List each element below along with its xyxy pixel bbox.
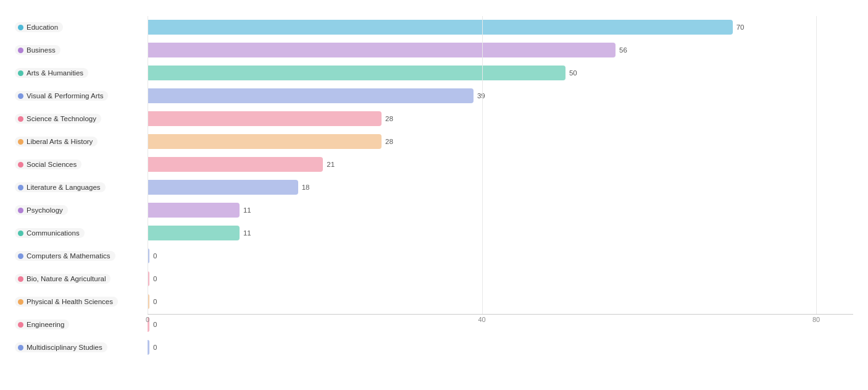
- bar-label: Arts & Humanities: [15, 68, 148, 78]
- x-tick-label: 0: [146, 316, 149, 323]
- bar-label-text: Computers & Mathematics: [27, 252, 111, 260]
- bars-section: Education 70 Business 56 Arts & Humaniti…: [15, 16, 853, 315]
- bar-label-text: Social Sciences: [27, 161, 77, 168]
- bar-row: Social Sciences 21: [15, 153, 853, 176]
- label-pill: Social Sciences: [15, 159, 81, 169]
- bar-label-text: Education: [27, 23, 58, 31]
- bar-row: Science & Technology 28: [15, 108, 853, 130]
- bar-label: Liberal Arts & History: [15, 137, 148, 146]
- bar-value: 0: [153, 275, 157, 282]
- bar-row: Communications 11: [15, 222, 853, 244]
- label-pill: Education: [15, 22, 63, 32]
- bar-track: 21: [148, 156, 853, 172]
- dot-icon: [18, 231, 23, 236]
- dot-icon: [18, 93, 23, 99]
- bar-fill: [148, 134, 382, 149]
- bar-label: Business: [15, 45, 148, 55]
- dot-icon: [18, 208, 23, 213]
- chart-area: Education 70 Business 56 Arts & Humaniti…: [15, 16, 853, 333]
- bar-fill: [148, 226, 240, 240]
- bar-label-text: Business: [27, 46, 56, 54]
- label-pill: Literature & Languages: [15, 182, 106, 192]
- x-axis-line: [148, 314, 853, 315]
- dot-icon: [18, 48, 23, 53]
- bar-fill: [148, 20, 733, 35]
- bar-fill: [148, 203, 240, 218]
- bar-label: Multidisciplinary Studies: [15, 342, 148, 352]
- bar-label-text: Psychology: [27, 206, 63, 214]
- bar-track: 0: [148, 248, 853, 264]
- dot-icon: [18, 139, 23, 145]
- bar-row: Psychology 11: [15, 199, 853, 221]
- bar-track: 0: [148, 271, 853, 287]
- bar-label-text: Literature & Languages: [27, 184, 101, 191]
- bar-track: 11: [148, 202, 853, 218]
- bar-fill: [148, 88, 474, 103]
- bar-row: Physical & Health Sciences 0: [15, 290, 853, 313]
- bar-label: Visual & Performing Arts: [15, 91, 148, 101]
- bar-value: 0: [153, 298, 157, 305]
- bar-value: 39: [477, 92, 485, 100]
- dot-icon: [18, 185, 23, 190]
- dot-icon: [18, 116, 23, 122]
- bar-value: 21: [327, 161, 335, 168]
- bar-value: 11: [243, 229, 251, 237]
- dot-icon: [18, 25, 23, 30]
- bar-label-text: Physical & Health Sciences: [27, 298, 113, 305]
- label-pill: Psychology: [15, 205, 68, 215]
- bar-fill: [148, 271, 149, 286]
- bar-track: 11: [148, 225, 853, 241]
- bar-label-text: Liberal Arts & History: [27, 138, 93, 145]
- bar-value: 0: [153, 344, 157, 351]
- bar-label: Psychology: [15, 205, 148, 215]
- label-pill: Communications: [15, 228, 85, 238]
- bar-row: Arts & Humanities 50: [15, 62, 853, 84]
- bar-value: 11: [243, 206, 251, 214]
- bar-row: Visual & Performing Arts 39: [15, 85, 853, 107]
- bar-track: 70: [148, 19, 853, 35]
- bar-row: Computers & Mathematics 0: [15, 245, 853, 267]
- dot-icon: [18, 345, 23, 350]
- bar-track: 39: [148, 88, 853, 104]
- bar-row: Business 56: [15, 39, 853, 61]
- bar-fill: [148, 111, 382, 126]
- bar-track: 0: [148, 294, 853, 310]
- bar-value: 18: [302, 184, 310, 191]
- x-axis: 04080: [148, 316, 853, 328]
- dot-icon: [18, 253, 23, 259]
- bar-label: Bio, Nature & Agricultural: [15, 274, 148, 284]
- label-pill: Computers & Mathematics: [15, 251, 115, 261]
- label-pill: Multidisciplinary Studies: [15, 342, 107, 352]
- bar-value: 28: [385, 138, 393, 145]
- bar-value: 56: [619, 46, 627, 54]
- chart-container: Education 70 Business 56 Arts & Humaniti…: [0, 0, 868, 390]
- bar-fill: [148, 66, 565, 80]
- label-pill: Business: [15, 45, 61, 55]
- bar-label: Social Sciences: [15, 159, 148, 169]
- bar-track: 56: [148, 42, 853, 58]
- bar-track: 18: [148, 179, 853, 195]
- bar-track: 50: [148, 65, 853, 81]
- bar-label: Education: [15, 22, 148, 32]
- bar-row: Bio, Nature & Agricultural 0: [15, 268, 853, 290]
- bar-label: Computers & Mathematics: [15, 251, 148, 261]
- label-pill: Engineering: [15, 320, 69, 329]
- bar-track: 28: [148, 111, 853, 127]
- bar-fill: [148, 340, 149, 355]
- dot-icon: [18, 70, 23, 76]
- bar-row: Multidisciplinary Studies 0: [15, 336, 853, 358]
- bar-label-text: Science & Technology: [27, 115, 96, 122]
- label-pill: Bio, Nature & Agricultural: [15, 274, 111, 284]
- bar-fill: [148, 180, 298, 195]
- label-pill: Physical & Health Sciences: [15, 297, 118, 307]
- bar-value: 0: [153, 252, 157, 260]
- x-tick-label: 80: [812, 316, 820, 323]
- dot-icon: [18, 322, 23, 328]
- bar-label-text: Bio, Nature & Agricultural: [27, 275, 106, 282]
- bar-row: Literature & Languages 18: [15, 176, 853, 198]
- dot-icon: [18, 276, 23, 282]
- bar-value: 50: [569, 69, 577, 77]
- bar-row: Liberal Arts & History 28: [15, 130, 853, 153]
- bar-fill: [148, 157, 323, 172]
- bar-label-text: Arts & Humanities: [27, 69, 83, 77]
